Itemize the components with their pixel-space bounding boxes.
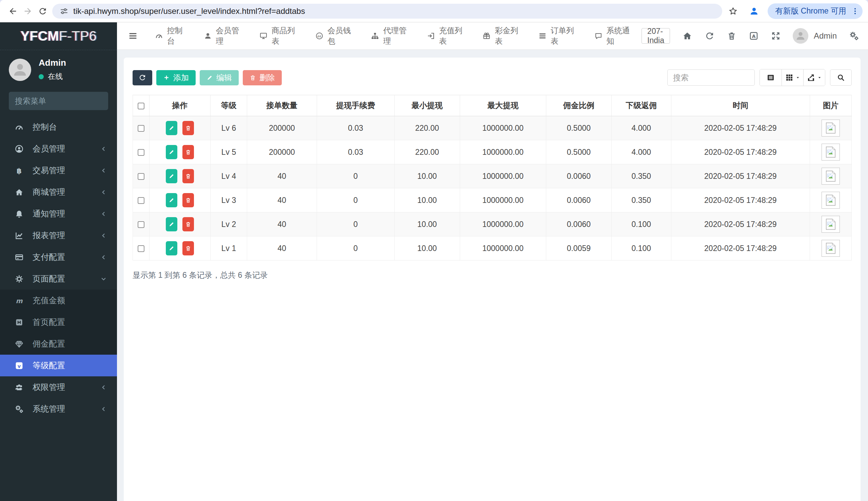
browser-reload-button[interactable]: [35, 4, 50, 19]
sidebar-item-page-config[interactable]: 页面配置: [0, 268, 117, 290]
row-delete-button[interactable]: [182, 145, 194, 159]
sidebar-item-level-config[interactable]: 等级配置: [0, 355, 117, 376]
sidebar-item-trade[interactable]: 交易管理: [0, 160, 117, 181]
sidebar-item-system[interactable]: 系统管理: [0, 398, 117, 420]
tab-dashboard[interactable]: 控制台: [146, 22, 195, 50]
desktop-icon: [259, 32, 268, 40]
level-image[interactable]: [822, 143, 840, 161]
row-edit-button[interactable]: [166, 193, 177, 207]
chrome-update-label: 有新版 Chrome 可用: [775, 6, 846, 16]
tab-agents[interactable]: 代理管理: [363, 22, 418, 50]
row-checkbox[interactable]: [138, 197, 145, 204]
row-checkbox[interactable]: [138, 173, 145, 180]
sidebar-item-home-config[interactable]: 首页配置: [0, 311, 117, 333]
row-delete-button[interactable]: [182, 121, 194, 135]
level-image[interactable]: [822, 240, 840, 257]
sidebar-item-members[interactable]: 会员管理: [0, 138, 117, 160]
cell-max-withdraw: 1000000.00: [460, 116, 546, 140]
col-min-withdraw: 最小提现: [394, 95, 460, 116]
row-checkbox[interactable]: [138, 125, 145, 132]
caret-down-icon: [817, 75, 822, 80]
admin-menu[interactable]: Admin: [793, 28, 837, 44]
settings-gears-icon[interactable]: [849, 31, 859, 41]
row-edit-button[interactable]: [166, 145, 177, 159]
chevron-left-icon: [100, 232, 107, 239]
columns-button[interactable]: [782, 70, 803, 86]
bookmark-star-icon[interactable]: [725, 4, 741, 19]
tab-notifications[interactable]: 系统通知: [586, 22, 642, 50]
tab-products[interactable]: 商品列表: [251, 22, 307, 50]
kebab-menu-icon[interactable]: [851, 7, 859, 15]
row-checkbox[interactable]: [138, 245, 145, 252]
refresh-button[interactable]: [133, 70, 152, 85]
columns-grid-icon: [785, 74, 793, 82]
add-button[interactable]: 添加: [156, 70, 196, 85]
gem-icon: [13, 339, 25, 349]
sidebar-item-dashboard[interactable]: 控制台: [0, 116, 117, 138]
tab-recharge-list[interactable]: 充值列表: [418, 22, 474, 50]
bitcoin-icon: [13, 166, 25, 175]
level-image[interactable]: [822, 168, 840, 185]
tab-members[interactable]: 会员管理: [195, 22, 251, 50]
row-delete-button[interactable]: [182, 217, 194, 231]
detail-view-button[interactable]: [760, 70, 782, 86]
browser-profile-icon[interactable]: [746, 4, 762, 19]
table-search-input[interactable]: [667, 70, 755, 86]
sidebar-item-notice[interactable]: 通知管理: [0, 203, 117, 225]
sidebar-search-input[interactable]: [15, 97, 115, 106]
table-row: Lv 1 40 0 10.00 1000000.00 0.0059 0.100 …: [133, 236, 852, 260]
cell-max-withdraw: 1000000.00: [460, 188, 546, 212]
row-checkbox[interactable]: [138, 221, 145, 228]
row-delete-button[interactable]: [182, 169, 194, 183]
home-icon[interactable]: [682, 31, 692, 41]
level-image[interactable]: [822, 120, 840, 137]
table-row: Lv 4 40 0 10.00 1000000.00 0.0060 0.350 …: [133, 164, 852, 188]
site-badge[interactable]: 207-India: [641, 28, 670, 44]
comment-icon: [594, 32, 603, 40]
cell-fee: 0.03: [317, 140, 394, 164]
row-edit-button[interactable]: [166, 217, 177, 231]
delete-button[interactable]: 删除: [243, 70, 282, 85]
sidebar: YFCMF-TP6 Admin 在线 控制台 会员管理 交易管理 商城管理 通知…: [0, 22, 117, 501]
fullscreen-icon[interactable]: [771, 31, 781, 41]
browser-back-button[interactable]: [6, 4, 20, 19]
sidebar-item-reports[interactable]: 报表管理: [0, 225, 117, 246]
user-icon: [204, 32, 212, 40]
tab-wallet[interactable]: 会员钱包: [307, 22, 363, 50]
trash-icon: [185, 245, 191, 251]
row-edit-button[interactable]: [166, 121, 177, 135]
table-row: Lv 2 40 0 10.00 1000000.00 0.0060 0.100 …: [133, 212, 852, 236]
address-bar[interactable]: tik-api.hwym.shop/super/user.user_level/…: [52, 4, 722, 19]
level-image[interactable]: [822, 192, 840, 209]
nav-tabs: 控制台 会员管理 商品列表 会员钱包 代理管理 充值列表 彩金列表 订单列表 系…: [146, 22, 642, 50]
hamburger-menu-icon[interactable]: [126, 28, 140, 44]
language-icon[interactable]: [749, 31, 759, 41]
browser-forward-button[interactable]: [20, 4, 35, 19]
sidebar-item-commission-config[interactable]: 佣金配置: [0, 333, 117, 355]
pencil-icon: [168, 173, 175, 179]
row-checkbox[interactable]: [138, 149, 145, 156]
row-edit-button[interactable]: [166, 241, 177, 255]
edit-button[interactable]: 编辑: [200, 70, 239, 85]
tab-order-list[interactable]: 订单列表: [530, 22, 586, 50]
cell-fee: 0.03: [317, 116, 394, 140]
chevron-left-icon: [100, 254, 107, 260]
cell-level: Lv 1: [210, 236, 247, 260]
site-settings-icon[interactable]: [60, 7, 69, 15]
trash-icon[interactable]: [727, 31, 736, 41]
select-all-checkbox[interactable]: [138, 103, 145, 109]
sidebar-item-permissions[interactable]: 权限管理: [0, 376, 117, 398]
row-edit-button[interactable]: [166, 169, 177, 183]
sidebar-item-mall[interactable]: 商城管理: [0, 181, 117, 203]
export-button[interactable]: [803, 70, 825, 86]
row-delete-button[interactable]: [182, 193, 194, 207]
broken-image-icon: [826, 146, 836, 158]
level-image[interactable]: [822, 216, 840, 233]
tab-bonus-list[interactable]: 彩金列表: [474, 22, 530, 50]
sidebar-item-recharge-amount[interactable]: 充值金额: [0, 290, 117, 311]
sidebar-item-payment-config[interactable]: 支付配置: [0, 246, 117, 268]
search-button[interactable]: [830, 70, 852, 86]
row-delete-button[interactable]: [182, 241, 194, 255]
chrome-update-button[interactable]: 有新版 Chrome 可用: [768, 3, 862, 19]
refresh-icon[interactable]: [704, 31, 715, 41]
